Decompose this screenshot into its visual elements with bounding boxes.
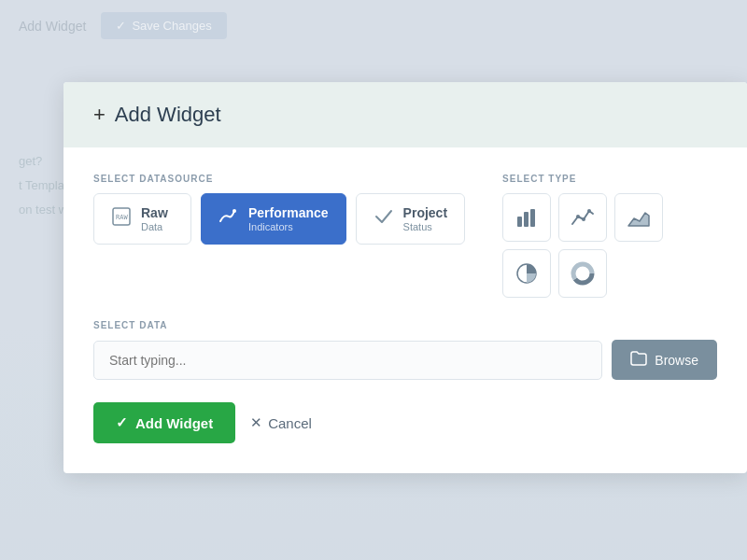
modal-footer: ✓ Add Widget ✕ Cancel — [93, 402, 717, 443]
performance-label: Performance — [248, 205, 329, 221]
type-bar-chart-button[interactable] — [502, 193, 551, 242]
svg-rect-4 — [524, 212, 529, 227]
plus-icon: + — [93, 103, 106, 127]
data-input-row: Browse — [93, 340, 717, 380]
type-pie-chart-button[interactable] — [502, 249, 551, 298]
line-chart-icon — [571, 205, 595, 230]
type-area-chart-button[interactable] — [614, 193, 663, 242]
datasource-option-raw-data[interactable]: RAW Raw Data — [93, 193, 191, 245]
datasource-section: SELECT DATASOURCE RAW Raw Data — [93, 174, 465, 245]
select-data-section: SELECT DATA Browse — [93, 320, 717, 380]
browse-button[interactable]: Browse — [612, 340, 717, 380]
datasource-label: SELECT DATASOURCE — [93, 174, 465, 184]
area-chart-icon — [627, 205, 651, 230]
datasource-type-row: SELECT DATASOURCE RAW Raw Data — [93, 174, 717, 298]
select-data-label: SELECT DATA — [93, 320, 717, 330]
add-widget-modal: + Add Widget SELECT DATASOURCE RAW — [63, 82, 747, 473]
raw-data-sublabel: Data — [141, 221, 168, 232]
svg-point-8 — [587, 209, 591, 213]
browse-folder-icon — [630, 351, 647, 369]
data-search-input[interactable] — [93, 341, 602, 380]
add-widget-button[interactable]: ✓ Add Widget — [93, 402, 235, 443]
add-widget-label: Add Widget — [135, 415, 213, 431]
type-icons-grid — [502, 193, 717, 298]
raw-data-icon: RAW — [111, 206, 132, 231]
cancel-label: Cancel — [268, 415, 312, 431]
datasource-option-project-status[interactable]: Project Status — [356, 193, 465, 245]
type-section: SELECT TYPE — [502, 174, 717, 298]
performance-text: Performance Indicators — [248, 205, 329, 232]
performance-icon — [218, 206, 239, 231]
performance-sublabel: Indicators — [248, 221, 329, 232]
browse-label: Browse — [655, 353, 698, 368]
modal-body: SELECT DATASOURCE RAW Raw Data — [63, 147, 747, 473]
type-line-chart-button[interactable] — [558, 193, 607, 242]
svg-rect-3 — [517, 217, 522, 227]
svg-point-6 — [576, 215, 580, 218]
cancel-button[interactable]: ✕ Cancel — [250, 414, 312, 431]
pie-chart-icon — [514, 261, 539, 286]
project-status-icon — [374, 206, 394, 231]
raw-data-label: Raw — [141, 205, 168, 221]
add-widget-check-icon: ✓ — [116, 414, 128, 431]
datasource-options: RAW Raw Data — [93, 193, 465, 245]
modal-header: + Add Widget — [63, 82, 747, 147]
type-donut-chart-button[interactable] — [558, 249, 607, 298]
project-status-text: Project Status — [403, 205, 447, 232]
svg-point-2 — [233, 209, 236, 213]
svg-text:RAW: RAW — [116, 214, 128, 221]
datasource-option-performance-indicators[interactable]: Performance Indicators — [201, 193, 346, 245]
donut-chart-icon — [571, 261, 595, 286]
svg-point-7 — [582, 217, 585, 221]
project-status-sublabel: Status — [403, 221, 447, 232]
bar-chart-icon — [514, 205, 539, 230]
project-status-label: Project — [403, 205, 447, 221]
modal-title: Add Widget — [115, 103, 221, 127]
type-label: SELECT TYPE — [502, 174, 717, 184]
svg-rect-5 — [530, 209, 535, 227]
raw-data-text: Raw Data — [141, 205, 168, 232]
cancel-x-icon: ✕ — [250, 414, 262, 431]
